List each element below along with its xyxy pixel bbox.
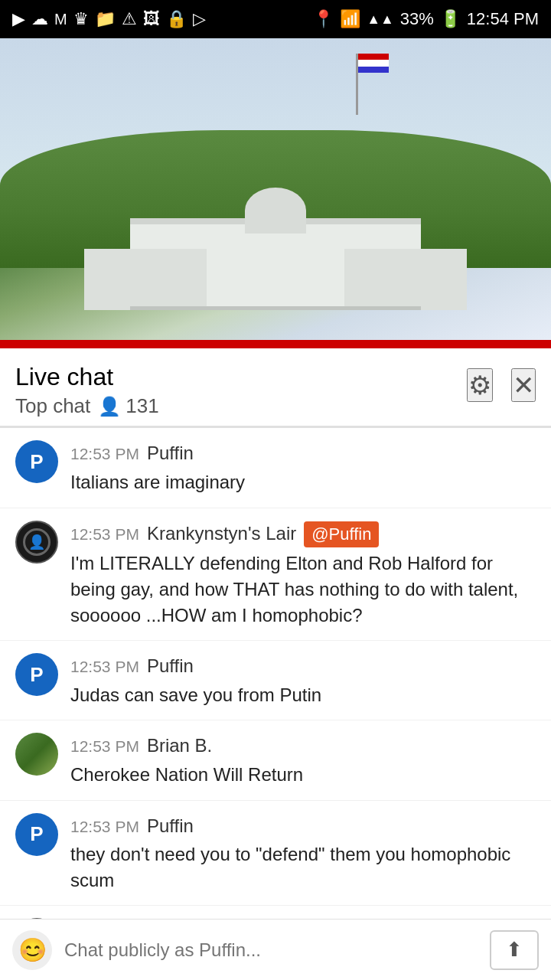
table-row: 👤 12:53 PM Krankynstyn's Lair @Puffin I'… [0,508,551,642]
media-icon: ▷ [193,9,206,29]
top-chat-label[interactable]: Top chat [15,394,90,418]
chat-input-bar: 😊 ⬆ [0,919,551,980]
message-meta: 12:53 PM Puffin [70,813,536,839]
message-time: 12:53 PM [70,655,139,678]
avatar [15,733,58,776]
chat-header-right: ⚙ ✕ [467,362,536,402]
video-player[interactable] [0,38,551,345]
filter-button[interactable]: ⚙ [467,368,493,402]
live-chat-title: Live chat [15,362,159,391]
person-icon: 👤 [98,396,121,417]
wifi-icon: 📶 [340,9,360,29]
message-author: Krankynstyn's Lair [147,521,296,547]
table-row: 12:53 PM Brian B. Cherokee Nation Will R… [0,720,551,800]
message-meta: 12:53 PM Brian B. [70,733,536,759]
avatar: P [15,813,58,856]
avatar: P [15,653,58,696]
message-text: Cherokee Nation Will Return [70,762,536,788]
chat-header-left: Live chat Top chat 👤 131 [15,362,159,418]
mention-badge: @Puffin [304,521,379,548]
message-text: they don't need you to "defend" them you… [70,841,536,893]
message-meta: 12:53 PM Puffin [70,440,536,466]
message-content: 12:53 PM Krankynstyn's Lair @Puffin I'm … [70,521,536,629]
message-content: 12:53 PM Puffin they don't need you to "… [70,813,536,893]
message-author: Puffin [147,653,194,679]
chat-input[interactable] [64,939,478,961]
chat-messages: P 12:53 PM Puffin Italians are imaginary… [0,428,551,980]
viewer-count: 👤 131 [98,394,158,418]
folder-icon: 📁 [95,9,116,29]
mastodon-icon: M [54,11,67,28]
send-button[interactable]: ⬆ [490,930,539,970]
message-author: Brian B. [147,733,212,759]
cloud-icon: ☁ [31,9,48,29]
flag [358,54,389,73]
status-bar-right: 📍 📶 ▲▲ 33% 🔋 12:54 PM [313,9,539,29]
close-button[interactable]: ✕ [511,368,536,402]
status-bar: ▶ ☁ M ♛ 📁 ⚠ 🖼 🔒 ▷ 📍 📶 ▲▲ 33% 🔋 12:54 PM [0,0,551,38]
status-bar-left: ▶ ☁ M ♛ 📁 ⚠ 🖼 🔒 ▷ [12,9,206,29]
message-content: 12:53 PM Puffin Italians are imaginary [70,440,536,495]
message-time: 12:53 PM [70,523,139,545]
battery-percent: 33% [400,9,434,29]
battery-icon: 🔋 [440,9,461,29]
avatar: 👤 [15,521,58,564]
emoji-button[interactable]: 😊 [12,930,52,970]
content-area: Live chat Top chat 👤 131 ⚙ ✕ P 12:53 PM … [0,348,551,980]
table-row: P 12:53 PM Puffin Judas can save you fro… [0,641,551,720]
building-silhouette [61,157,490,310]
message-meta: 12:53 PM Krankynstyn's Lair @Puffin [70,521,536,548]
clock: 12:54 PM [467,9,539,29]
avatar: P [15,440,58,483]
message-author: Puffin [147,440,194,466]
send-icon: ⬆ [506,938,523,962]
table-row: P 12:53 PM Puffin they don't need you to… [0,801,551,906]
signal-icon: ▲▲ [367,11,394,28]
image-icon: 🖼 [143,9,160,29]
message-text: Judas can save you from Putin [70,682,536,708]
message-content: 12:53 PM Puffin Judas can save you from … [70,653,536,707]
message-content: 12:53 PM Brian B. Cherokee Nation Will R… [70,733,536,787]
message-time: 12:53 PM [70,443,139,465]
vpn-icon: 🔒 [166,9,187,29]
message-text: Italians are imaginary [70,469,536,495]
message-author: Puffin [147,813,194,839]
viewer-count-number: 131 [126,394,158,418]
message-meta: 12:53 PM Puffin [70,653,536,679]
message-time: 12:53 PM [70,735,139,757]
message-time: 12:53 PM [70,815,139,838]
message-text: I'm LITERALLY defending Elton and Rob Ha… [70,550,536,628]
alert-icon: ⚠ [122,9,137,29]
chat-header: Live chat Top chat 👤 131 ⚙ ✕ [0,348,551,426]
crown-icon: ♛ [73,9,89,29]
top-chat-row: Top chat 👤 131 [15,394,159,418]
play-icon: ▶ [12,9,25,29]
table-row: P 12:53 PM Puffin Italians are imaginary [0,428,551,508]
location-icon: 📍 [313,9,334,29]
